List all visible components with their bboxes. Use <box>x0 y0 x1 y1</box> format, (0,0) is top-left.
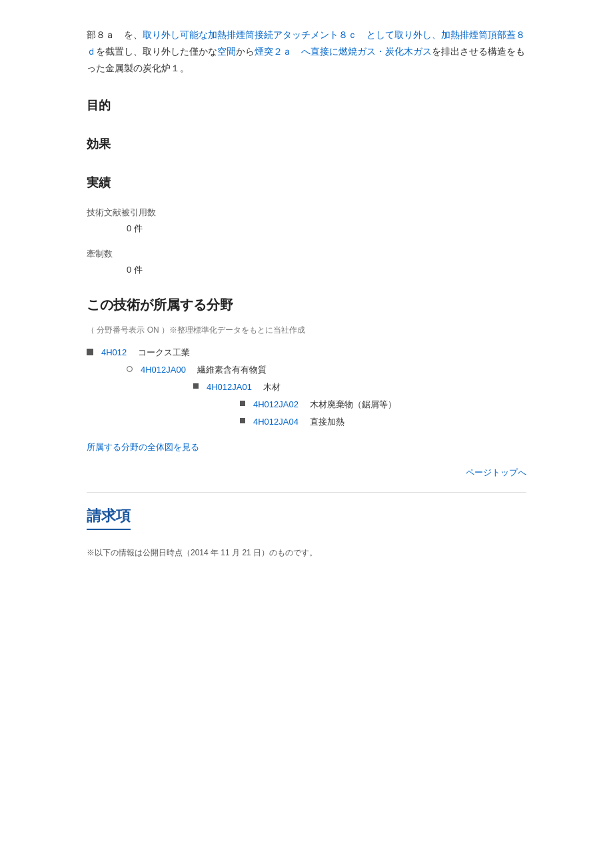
list-item: 4H012JA01 木材 <box>193 381 526 393</box>
field-code-3[interactable]: 4H012JA01 <box>207 382 252 392</box>
list-item: 4H012JA02 木材廃棄物（鋸屑等） <box>240 399 526 411</box>
field-name-4: 木材廃棄物（鋸屑等） <box>301 399 396 409</box>
result-heading: 実績 <box>87 175 526 193</box>
purpose-heading: 目的 <box>87 97 526 116</box>
page-container: 部８ａ を、取り外し可能な加熱排煙筒接続アタッチメント８ｃ として取り外し、加熱… <box>0 0 613 585</box>
field-heading: この技術が所属する分野 <box>87 296 526 314</box>
claims-heading: 請求項 <box>87 506 131 530</box>
effect-heading: 効果 <box>87 136 526 155</box>
page-top-link[interactable]: ページトップへ <box>87 467 526 479</box>
field-list: 4H012 コークス工業 4H012JA00 繊維素含有有物質 4H012JA0… <box>87 347 526 428</box>
field-name-1: コークス工業 <box>129 347 190 357</box>
list-item: 4H012 コークス工業 <box>87 347 526 359</box>
link-chimney[interactable]: 煙突２ａ へ直接に <box>255 46 338 57</box>
field-name-2: 繊維素含有有物質 <box>189 365 267 375</box>
list-item: 4H012JA00 繊維素含有有物質 <box>127 364 526 376</box>
link-gas[interactable]: 燃焼ガス・炭化木ガス <box>338 46 432 57</box>
restraint-count: 0 件 <box>127 264 526 276</box>
list-item: 4H012JA04 直接加熱 <box>240 416 526 428</box>
claims-note: ※以下の情報は公開日時点（2014 年 11 月 21 日）のものです。 <box>87 547 526 559</box>
restraint-label: 牽制数 <box>87 248 526 260</box>
field-code-5[interactable]: 4H012JA04 <box>253 417 299 427</box>
field-name-3: 木材 <box>255 382 281 392</box>
field-name-5: 直接加熱 <box>301 417 344 427</box>
field-code-4[interactable]: 4H012JA02 <box>253 399 299 409</box>
intro-paragraph: 部８ａ を、取り外し可能な加熱排煙筒接続アタッチメント８ｃ として取り外し、加熱… <box>87 27 526 77</box>
field-code-1[interactable]: 4H012 <box>101 347 127 357</box>
field-code-2[interactable]: 4H012JA00 <box>141 365 186 375</box>
citation-label: 技術文献被引用数 <box>87 207 526 219</box>
field-note: （ 分野番号表示 ON ）※整理標準化データをもとに当社作成 <box>87 325 526 336</box>
citation-count: 0 件 <box>127 223 526 235</box>
link-space[interactable]: 空間 <box>217 46 236 57</box>
claims-section: 請求項 ※以下の情報は公開日時点（2014 年 11 月 21 日）のものです。 <box>87 506 526 559</box>
divider <box>87 492 526 493</box>
view-all-link[interactable]: 所属する分野の全体図を見る <box>87 441 526 453</box>
